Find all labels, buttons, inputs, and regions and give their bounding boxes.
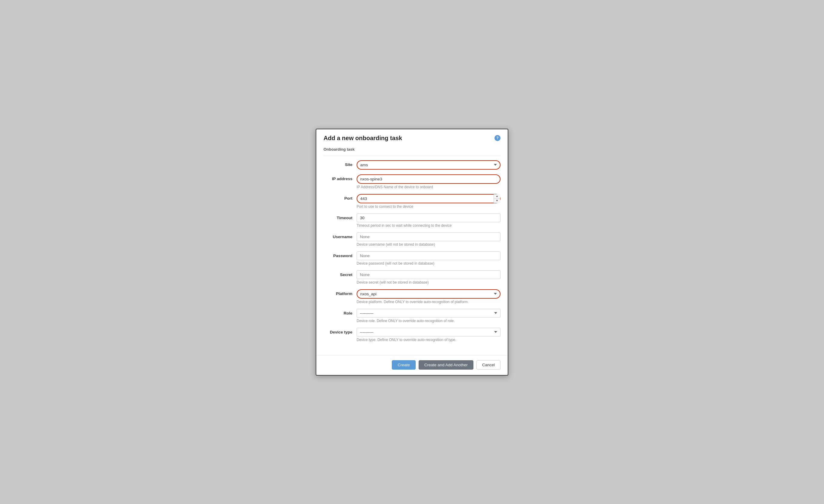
platform-label: Platform [323,289,356,296]
username-help: Device username (will not be stored in d… [356,242,501,247]
password-input[interactable] [356,251,501,260]
port-increment-btn[interactable]: ▲ [494,194,500,199]
section-label: Onboarding task [323,146,501,151]
device-type-label: Device type [323,328,356,335]
platform-field-wrap: nxos_api ios eos junos Device platform. … [356,289,501,304]
ip-address-label: IP address [323,174,356,181]
port-field-wrap: ▲ ▼ Port to use to connect to the device [356,194,501,209]
username-input[interactable] [356,233,501,241]
platform-help: Device platform. Define ONLY to override… [356,300,501,304]
role-select[interactable]: ---------- spine leaf border [356,309,501,318]
create-and-add-button[interactable]: Create and Add Another [419,360,474,370]
role-field-group: Role ---------- spine leaf border Device… [323,309,501,323]
password-label: Password [323,251,356,258]
username-field-group: Username Device username (will not be st… [323,233,501,247]
secret-help: Device secret (will not be stored in dat… [356,280,501,284]
cancel-button[interactable]: Cancel [477,360,501,370]
timeout-field-wrap: Timeout period in sec to wait while conn… [356,214,501,228]
secret-input[interactable] [356,270,501,279]
platform-select[interactable]: nxos_api ios eos junos [356,289,501,298]
port-help: Port to use to connect to the device [356,205,501,209]
port-decrement-btn[interactable]: ▼ [494,199,500,203]
help-icon[interactable]: ? [495,135,501,141]
modal-dialog: Add a new onboarding task ? Onboarding t… [316,129,508,376]
platform-field-group: Platform nxos_api ios eos junos Device p… [323,289,501,304]
modal-title: Add a new onboarding task [323,135,402,142]
section-divider [323,156,501,156]
username-field-wrap: Device username (will not be stored in d… [356,233,501,247]
role-help: Device role. Define ONLY to override aut… [356,319,501,323]
secret-field-wrap: Device secret (will not be stored in dat… [356,270,501,284]
create-button[interactable]: Create [392,360,416,370]
password-help: Device password (will not be stored in d… [356,261,501,265]
device-type-field-group: Device type ---------- switch router fir… [323,328,501,342]
timeout-help: Timeout period in sec to wait while conn… [356,224,501,228]
device-type-help: Device type. Define ONLY to override aut… [356,338,501,342]
port-spinner-buttons: ▲ ▼ [494,194,500,203]
timeout-field-group: Timeout Timeout period in sec to wait wh… [323,214,501,228]
site-label: Site [323,160,356,167]
device-type-field-wrap: ---------- switch router firewall Device… [356,328,501,342]
role-label: Role [323,309,356,316]
port-field-group: Port ▲ ▼ Port to use to connect to the d… [323,194,501,209]
modal-body: Onboarding task Site ams nyc lon IP addr… [316,146,508,353]
secret-field-group: Secret Device secret (will not be stored… [323,270,501,284]
timeout-label: Timeout [323,214,356,220]
port-label: Port [323,194,356,201]
password-field-group: Password Device password (will not be st… [323,251,501,265]
site-field-wrap: ams nyc lon [356,160,501,169]
username-label: Username [323,233,356,239]
ip-address-help: IP Address/DNS Name of the device to onb… [356,185,501,189]
timeout-input[interactable] [356,214,501,222]
role-field-wrap: ---------- spine leaf border Device role… [356,309,501,323]
port-spinner-wrap: ▲ ▼ [356,194,501,203]
modal-header: Add a new onboarding task ? [316,129,508,146]
site-select[interactable]: ams nyc lon [356,160,501,169]
secret-label: Secret [323,270,356,277]
port-input[interactable] [356,194,501,203]
ip-address-input[interactable] [356,174,501,184]
password-field-wrap: Device password (will not be stored in d… [356,251,501,265]
ip-address-field-group: IP address IP Address/DNS Name of the de… [323,174,501,189]
modal-footer: Create Create and Add Another Cancel [316,355,508,375]
device-type-select[interactable]: ---------- switch router firewall [356,328,501,337]
site-field-group: Site ams nyc lon [323,160,501,169]
ip-address-field-wrap: IP Address/DNS Name of the device to onb… [356,174,501,189]
